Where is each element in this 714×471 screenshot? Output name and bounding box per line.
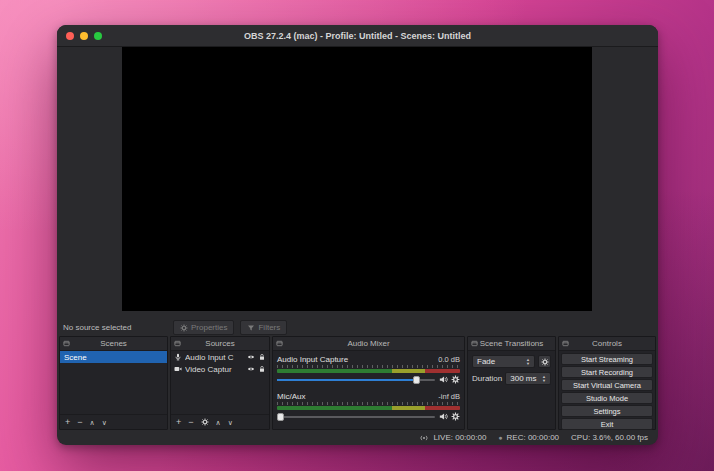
source-list: Audio Input C Video Captur — [171, 351, 269, 414]
scenes-panel-header[interactable]: Scenes — [60, 337, 167, 351]
channel-level: -inf dB — [438, 392, 460, 401]
slider-handle[interactable] — [413, 376, 420, 384]
channel-name: Mic/Aux — [277, 392, 305, 401]
close-button[interactable] — [66, 32, 74, 40]
panel-dock-icon — [276, 340, 283, 347]
combo-down-arrow: ▼ — [526, 362, 530, 366]
studio-mode-button[interactable]: Studio Mode — [561, 392, 653, 404]
scene-list: Scene — [60, 351, 167, 414]
window-title: OBS 27.2.4 (mac) - Profile: Untitled - S… — [57, 31, 658, 41]
transition-select[interactable]: Fade ▲ ▼ — [472, 355, 535, 368]
transition-selected-value: Fade — [477, 357, 495, 366]
source-label: Video Captur — [185, 365, 244, 374]
rec-timer: REC: 00:00:00 — [507, 433, 559, 442]
controls-panel: Controls Start Streaming Start Recording… — [558, 336, 656, 430]
camera-icon — [174, 365, 182, 373]
panel-dock-icon — [562, 340, 569, 347]
source-status-toolbar: No source selected Properties Filters — [57, 319, 658, 336]
properties-label: Properties — [191, 323, 227, 332]
rec-indicator-dot: ● — [498, 434, 502, 441]
remove-source-button[interactable]: − — [188, 418, 193, 427]
source-list-item[interactable]: Video Captur — [171, 363, 269, 375]
scene-transitions-panel-header[interactable]: Scene Transitions — [468, 337, 555, 351]
meter-scale-ticks — [277, 365, 460, 368]
slider-fill — [277, 379, 416, 381]
scene-list-item[interactable]: Scene — [60, 351, 167, 363]
scene-transitions-panel-title: Scene Transitions — [480, 339, 544, 348]
audio-mixer-panel-title: Audio Mixer — [347, 339, 389, 348]
start-virtual-camera-button[interactable]: Start Virtual Camera — [561, 379, 653, 391]
source-down-button[interactable]: ∨ — [228, 419, 233, 426]
sources-panel-header[interactable]: Sources — [171, 337, 269, 351]
live-timer: LIVE: 00:00:00 — [433, 433, 486, 442]
dock-panels: Scenes Scene + − ∧ ∨ — [57, 336, 658, 430]
live-broadcast-icon — [419, 433, 429, 443]
duration-spinbox[interactable]: 300 ms ▲ ▼ — [505, 372, 551, 385]
cpu-fps-stats: CPU: 3.6%, 60.00 fps — [571, 433, 648, 442]
status-bar: LIVE: 00:00:00 ● REC: 00:00:00 CPU: 3.6%… — [57, 430, 658, 445]
add-scene-button[interactable]: + — [65, 418, 70, 427]
scene-transitions-panel: Scene Transitions Fade ▲ ▼ — [467, 336, 556, 430]
no-source-status: No source selected — [63, 323, 167, 332]
preview-canvas[interactable] — [122, 47, 592, 311]
window-titlebar[interactable]: OBS 27.2.4 (mac) - Profile: Untitled - S… — [57, 25, 658, 47]
lock-icon[interactable] — [258, 353, 266, 361]
duration-label: Duration — [472, 374, 502, 383]
obs-window: OBS 27.2.4 (mac) - Profile: Untitled - S… — [57, 25, 658, 445]
volume-meter — [277, 369, 460, 373]
preview-area — [57, 47, 658, 319]
panel-dock-icon — [63, 340, 70, 347]
start-recording-button[interactable]: Start Recording — [561, 366, 653, 378]
add-source-button[interactable]: + — [176, 418, 181, 427]
speaker-icon[interactable] — [439, 412, 448, 421]
scene-down-button[interactable]: ∨ — [102, 419, 107, 426]
remove-scene-button[interactable]: − — [77, 418, 82, 427]
gear-icon — [180, 324, 188, 332]
panel-dock-icon — [174, 340, 181, 347]
sources-panel-title: Sources — [205, 339, 234, 348]
volume-slider[interactable] — [277, 374, 435, 385]
exit-button[interactable]: Exit — [561, 418, 653, 430]
audio-mixer-body: Audio Input Capture 0.0 dB — [273, 351, 464, 429]
scene-label: Scene — [64, 353, 87, 362]
scenes-panel: Scenes Scene + − ∧ ∨ — [59, 336, 168, 430]
sources-toolbar: + − ∧ ∨ — [171, 414, 269, 429]
scene-up-button[interactable]: ∧ — [90, 419, 95, 426]
source-label: Audio Input C — [185, 353, 244, 362]
channel-gear-icon[interactable] — [451, 375, 460, 384]
minimize-button[interactable] — [80, 32, 88, 40]
properties-button[interactable]: Properties — [173, 320, 234, 335]
desktop-background: OBS 27.2.4 (mac) - Profile: Untitled - S… — [0, 0, 714, 471]
settings-button[interactable]: Settings — [561, 405, 653, 417]
speaker-icon[interactable] — [439, 375, 448, 384]
audio-mixer-panel: Audio Mixer Audio Input Capture 0.0 dB — [272, 336, 465, 430]
filters-button[interactable]: Filters — [240, 320, 287, 335]
audio-mixer-panel-header[interactable]: Audio Mixer — [273, 337, 464, 351]
slider-handle[interactable] — [277, 413, 284, 421]
mixer-channel: Audio Input Capture 0.0 dB — [277, 354, 460, 385]
eye-icon[interactable] — [247, 353, 255, 361]
zoom-button[interactable] — [94, 32, 102, 40]
spin-down-arrow[interactable]: ▼ — [542, 379, 546, 383]
sources-panel: Sources Audio Input C Video Captur — [170, 336, 270, 430]
meter-scale-ticks — [277, 402, 460, 405]
gear-icon — [541, 358, 549, 366]
spin-arrows-icon: ▲ ▼ — [542, 375, 546, 383]
slider-track — [277, 416, 435, 418]
start-streaming-button[interactable]: Start Streaming — [561, 353, 653, 365]
duration-value: 300 ms — [510, 374, 536, 383]
filters-label: Filters — [258, 323, 280, 332]
controls-panel-header[interactable]: Controls — [559, 337, 655, 351]
source-up-button[interactable]: ∧ — [216, 419, 221, 426]
source-list-item[interactable]: Audio Input C — [171, 351, 269, 363]
source-properties-gear-icon[interactable] — [201, 418, 209, 426]
volume-slider[interactable] — [277, 411, 435, 422]
transition-properties-button[interactable] — [538, 355, 551, 368]
volume-meter — [277, 406, 460, 410]
channel-gear-icon[interactable] — [451, 412, 460, 421]
channel-level: 0.0 dB — [438, 355, 460, 364]
channel-name: Audio Input Capture — [277, 355, 348, 364]
lock-icon[interactable] — [258, 365, 266, 373]
mixer-channel: Mic/Aux -inf dB — [277, 391, 460, 422]
eye-icon[interactable] — [247, 365, 255, 373]
